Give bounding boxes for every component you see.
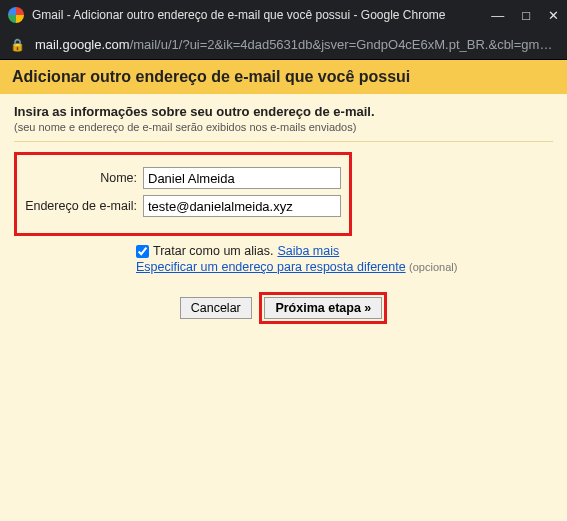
email-label: Endereço de e-mail: bbox=[25, 199, 143, 213]
window-close-button[interactable]: ✕ bbox=[548, 8, 559, 23]
url-text: mail.google.com/mail/u/1/?ui=2&ik=4dad56… bbox=[35, 37, 557, 52]
instruction-sub: (seu nome e endereço de e-mail serão exi… bbox=[14, 121, 553, 133]
divider bbox=[14, 141, 553, 142]
name-label: Nome: bbox=[25, 171, 143, 185]
page-body: Adicionar outro endereço de e-mail que v… bbox=[0, 60, 567, 521]
page-title: Adicionar outro endereço de e-mail que v… bbox=[0, 60, 567, 94]
next-button-highlight: Próxima etapa » bbox=[259, 292, 387, 324]
alias-learn-more-link[interactable]: Saiba mais bbox=[277, 244, 339, 258]
instruction-main: Insira as informações sobre seu outro en… bbox=[14, 104, 553, 119]
reply-address-link[interactable]: Especificar um endereço para resposta di… bbox=[136, 260, 406, 274]
alias-label: Tratar como um alias. bbox=[153, 244, 273, 258]
alias-checkbox[interactable] bbox=[136, 245, 149, 258]
form-highlight-box: Nome: Endereço de e-mail: bbox=[14, 152, 352, 236]
address-bar[interactable]: 🔒 mail.google.com/mail/u/1/?ui=2&ik=4dad… bbox=[0, 30, 567, 60]
cancel-button[interactable]: Cancelar bbox=[180, 297, 252, 319]
optional-label: (opcional) bbox=[409, 261, 457, 273]
name-input[interactable] bbox=[143, 167, 341, 189]
next-step-button[interactable]: Próxima etapa » bbox=[264, 297, 382, 319]
window-title: Gmail - Adicionar outro endereço de e-ma… bbox=[32, 8, 491, 22]
url-path: /mail/u/1/?ui=2&ik=4dad5631db&jsver=Gndp… bbox=[130, 37, 557, 52]
chrome-icon bbox=[8, 7, 24, 23]
email-input[interactable] bbox=[143, 195, 341, 217]
window-titlebar: Gmail - Adicionar outro endereço de e-ma… bbox=[0, 0, 567, 30]
url-host: mail.google.com bbox=[35, 37, 130, 52]
window-minimize-button[interactable]: — bbox=[491, 8, 504, 23]
window-maximize-button[interactable]: □ bbox=[522, 8, 530, 23]
lock-icon: 🔒 bbox=[10, 38, 25, 52]
